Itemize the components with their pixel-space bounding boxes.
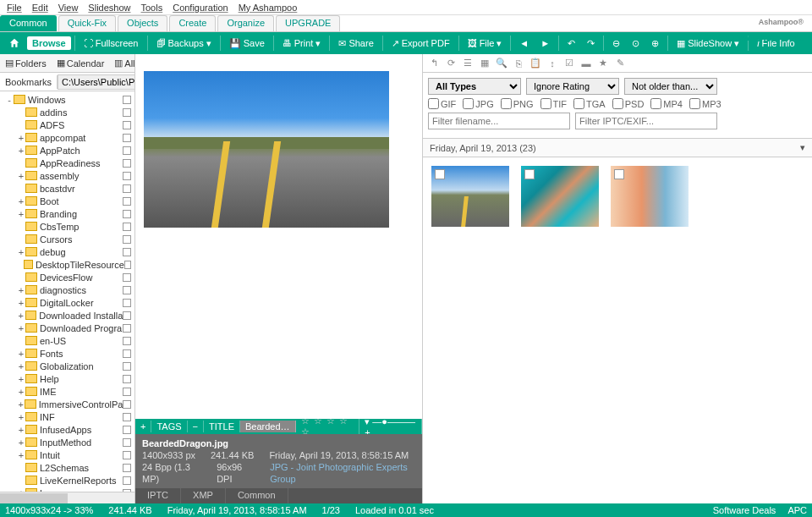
tree-item[interactable]: +Fonts: [2, 347, 133, 360]
share-button[interactable]: ✉ Share: [333, 36, 378, 51]
zoom-in-button[interactable]: ⊕: [646, 36, 664, 51]
tree-item[interactable]: DevicesFlow: [2, 271, 133, 283]
paste-icon[interactable]: 📋: [529, 58, 541, 69]
tree-item[interactable]: +Intuit: [2, 448, 133, 461]
zoom-fit-button[interactable]: ⊙: [627, 36, 645, 51]
tab-common[interactable]: Common: [226, 488, 288, 503]
tab-calendar[interactable]: ▦ Calendar: [52, 56, 110, 70]
tree-item[interactable]: +IME: [2, 385, 133, 398]
filter-mp3[interactable]: MP3: [689, 98, 721, 109]
tree-checkbox[interactable]: [123, 324, 131, 333]
thumb-checkbox[interactable]: [435, 169, 445, 179]
search-icon[interactable]: 🔍: [496, 58, 508, 69]
tree-item[interactable]: ADFS: [2, 118, 133, 131]
expand-icon[interactable]: +: [17, 425, 25, 435]
expand-icon[interactable]: +: [17, 349, 25, 359]
file-button[interactable]: 🖼 File ▾: [463, 36, 508, 51]
tree-item[interactable]: +DigitalLocker: [2, 296, 133, 309]
tree-checkbox[interactable]: [123, 210, 131, 218]
expand-icon[interactable]: +: [17, 146, 25, 156]
tab-xmp[interactable]: XMP: [181, 488, 226, 503]
filter-psd[interactable]: PSD: [612, 98, 645, 109]
menu-myashampoo[interactable]: My Ashampoo: [235, 2, 301, 14]
tree-checkbox[interactable]: [123, 349, 131, 358]
tree-checkbox[interactable]: [123, 121, 131, 129]
add-tag-button[interactable]: +: [135, 421, 151, 432]
tab-quick-fix[interactable]: Quick-Fix: [58, 15, 116, 31]
thumb-checkbox[interactable]: [524, 169, 535, 179]
tree-checkbox[interactable]: [123, 273, 131, 282]
tree-checkbox[interactable]: [123, 134, 131, 142]
tree-item[interactable]: L2Schemas: [2, 461, 133, 474]
menu-view[interactable]: View: [55, 2, 82, 14]
tab-common[interactable]: Common: [0, 15, 57, 31]
tree-checkbox[interactable]: [123, 426, 131, 434]
tree-item[interactable]: bcastdvr: [2, 182, 133, 195]
tree-checkbox[interactable]: [123, 337, 131, 345]
expand-icon[interactable]: +: [17, 285, 25, 295]
tree-checkbox[interactable]: [123, 451, 131, 459]
menu-edit[interactable]: Edit: [29, 2, 52, 14]
tree-checkbox[interactable]: [123, 413, 131, 421]
thumbnail[interactable]: [431, 166, 509, 227]
tab-upgrade[interactable]: UPGRADE: [276, 15, 340, 31]
filter-tif[interactable]: TIF: [540, 98, 568, 109]
expand-icon[interactable]: +: [17, 437, 25, 448]
expand-icon[interactable]: -: [5, 95, 14, 105]
tree-item[interactable]: DesktopTileResource: [2, 258, 133, 271]
remove-tag-button[interactable]: −: [188, 421, 204, 432]
tree-checkbox[interactable]: [123, 476, 131, 485]
tree-item[interactable]: +Help: [2, 372, 133, 385]
tab-create[interactable]: Create: [169, 15, 216, 31]
backups-button[interactable]: 🗐 Backups ▾: [151, 36, 217, 51]
tree-checkbox[interactable]: [123, 223, 131, 231]
star-icon[interactable]: ★: [597, 58, 609, 69]
export-pdf-button[interactable]: ↗ Export PDF: [387, 36, 455, 51]
prev-button[interactable]: ◄: [514, 36, 534, 50]
zoom-out-button[interactable]: ⊖: [607, 36, 625, 51]
print-button[interactable]: 🖶 Print ▾: [277, 36, 326, 51]
expand-icon[interactable]: +: [17, 311, 25, 321]
tree-item[interactable]: +Branding: [2, 207, 133, 220]
thumbnail[interactable]: [611, 166, 689, 227]
tree-checkbox[interactable]: [124, 261, 131, 269]
filter-age[interactable]: Not older than...: [624, 78, 717, 95]
expand-icon[interactable]: +: [17, 374, 25, 384]
filter-rating[interactable]: Ignore Rating: [526, 78, 619, 95]
tab-iptc[interactable]: IPTC: [135, 488, 181, 503]
filter-mp4[interactable]: MP4: [650, 98, 683, 109]
tree-item[interactable]: +Downloaded Progra: [2, 322, 133, 334]
tree-item[interactable]: AppReadiness: [2, 157, 133, 169]
tree-checkbox[interactable]: [123, 184, 131, 193]
tree-item[interactable]: +Downloaded Installa: [2, 309, 133, 322]
tree-item[interactable]: +InputMethod: [2, 436, 133, 448]
tree-checkbox[interactable]: [123, 388, 131, 396]
tree-checkbox[interactable]: [123, 96, 131, 104]
expand-icon[interactable]: +: [17, 133, 25, 143]
tree-checkbox[interactable]: [123, 108, 131, 117]
tree-item[interactable]: en-US: [2, 334, 133, 347]
expand-icon[interactable]: +: [17, 361, 25, 371]
tree-item[interactable]: +debug: [2, 245, 133, 258]
tree-checkbox[interactable]: [123, 235, 131, 244]
tab-organize[interactable]: Organize: [217, 15, 274, 31]
tree-checkbox[interactable]: [123, 375, 131, 383]
tab-objects[interactable]: Objects: [118, 15, 167, 31]
view-grid-icon[interactable]: ▦: [479, 58, 491, 69]
expand-icon[interactable]: +: [17, 450, 25, 460]
home-button[interactable]: [3, 36, 25, 51]
tree-scrollbar[interactable]: [0, 492, 134, 503]
tree-checkbox[interactable]: [123, 299, 131, 307]
tree-item[interactable]: Cursors: [2, 233, 133, 245]
tree-item[interactable]: +appcompat: [2, 131, 133, 144]
tree-checkbox[interactable]: [123, 286, 131, 294]
expand-icon[interactable]: +: [17, 399, 25, 410]
menu-file[interactable]: File: [3, 2, 25, 14]
next-button[interactable]: ►: [535, 36, 555, 50]
expand-icon[interactable]: +: [17, 209, 25, 219]
image-viewer[interactable]: [135, 54, 422, 419]
tab-all[interactable]: ▥ All: [109, 56, 135, 70]
filter-png[interactable]: PNG: [501, 98, 534, 109]
refresh-icon[interactable]: ⟳: [445, 58, 457, 69]
bookmarks-label[interactable]: Bookmarks: [0, 75, 58, 89]
